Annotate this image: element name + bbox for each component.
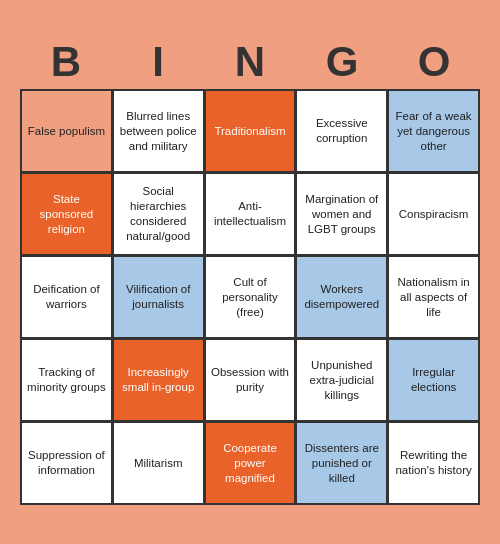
- bingo-cell-5: State sponsored religion: [22, 174, 111, 254]
- bingo-cell-16: Increasingly small in-group: [114, 340, 203, 420]
- bingo-cell-11: Vilification of journalists: [114, 257, 203, 337]
- bingo-letter: B: [20, 39, 112, 85]
- bingo-header: BINGO: [20, 39, 480, 85]
- bingo-cell-24: Rewriting the nation's history: [389, 423, 478, 503]
- bingo-cell-0: False populism: [22, 91, 111, 171]
- bingo-cell-10: Deification of warriors: [22, 257, 111, 337]
- bingo-letter: G: [296, 39, 388, 85]
- bingo-grid: False populismBlurred lines between poli…: [20, 89, 480, 505]
- bingo-cell-4: Fear of a weak yet dangerous other: [389, 91, 478, 171]
- bingo-cell-18: Unpunished extra-judicial killings: [297, 340, 386, 420]
- bingo-cell-9: Conspiracism: [389, 174, 478, 254]
- bingo-cell-3: Excessive corruption: [297, 91, 386, 171]
- bingo-cell-22: Cooperate power magnified: [206, 423, 295, 503]
- bingo-card: BINGO False populismBlurred lines betwee…: [10, 29, 490, 515]
- bingo-cell-21: Militarism: [114, 423, 203, 503]
- bingo-cell-15: Tracking of minority groups: [22, 340, 111, 420]
- bingo-cell-13: Workers disempowered: [297, 257, 386, 337]
- bingo-cell-8: Margination of women and LGBT groups: [297, 174, 386, 254]
- bingo-cell-2: Traditionalism: [206, 91, 295, 171]
- bingo-cell-19: Irregular elections: [389, 340, 478, 420]
- bingo-letter: O: [388, 39, 480, 85]
- bingo-letter: N: [204, 39, 296, 85]
- bingo-letter: I: [112, 39, 204, 85]
- bingo-cell-17: Obsession with purity: [206, 340, 295, 420]
- bingo-cell-6: Social hierarchies considered natural/go…: [114, 174, 203, 254]
- bingo-cell-20: Suppression of information: [22, 423, 111, 503]
- bingo-cell-1: Blurred lines between police and militar…: [114, 91, 203, 171]
- bingo-cell-7: Anti-intellectualism: [206, 174, 295, 254]
- bingo-cell-23: Dissenters are punished or killed: [297, 423, 386, 503]
- bingo-cell-12: Cult of personality (free): [206, 257, 295, 337]
- bingo-cell-14: Nationalism in all aspects of life: [389, 257, 478, 337]
